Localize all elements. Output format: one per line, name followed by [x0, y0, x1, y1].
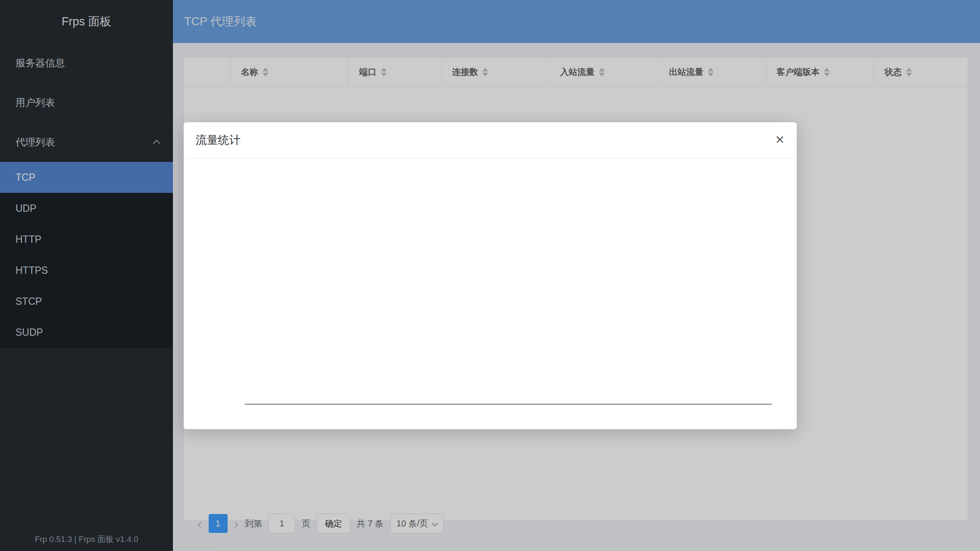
- frps-dashboard: Frps 面板 服务器信息 用户列表 代理列表 TCP UDP HTTP HTT…: [0, 0, 980, 551]
- close-icon[interactable]: ✕: [775, 134, 785, 146]
- traffic-stats-modal: 流量统计 ✕: [184, 122, 797, 429]
- modal-header: 流量统计 ✕: [184, 122, 797, 158]
- modal-title: 流量统计: [196, 133, 240, 148]
- bar-chart-plot: [245, 206, 772, 405]
